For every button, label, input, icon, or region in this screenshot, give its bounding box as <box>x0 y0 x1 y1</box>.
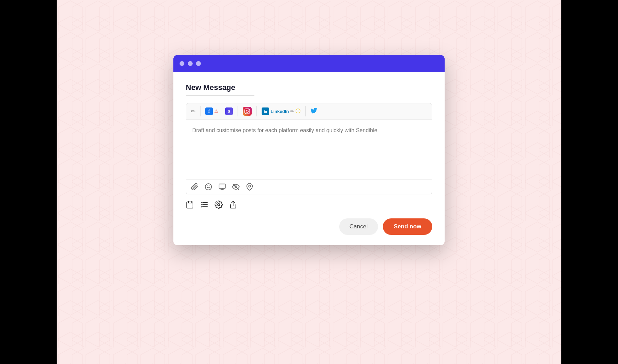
instagram-icon <box>243 107 252 116</box>
emoji-icon[interactable] <box>205 183 212 191</box>
share-icon[interactable] <box>229 201 237 209</box>
tab-divider-4 <box>305 106 306 116</box>
compose-toolbar <box>186 179 432 194</box>
twitter-icon <box>310 107 317 116</box>
cancel-button[interactable]: Cancel <box>339 218 378 235</box>
attachment-icon[interactable] <box>191 183 198 191</box>
titlebar-dot-yellow <box>188 61 193 66</box>
tab-divider-3 <box>256 106 257 116</box>
svg-rect-8 <box>219 184 225 189</box>
settings-icon[interactable] <box>215 201 223 209</box>
compose-area <box>186 120 432 194</box>
tab-divider-2 <box>238 106 238 116</box>
linkedin-info-icon: ⓘ <box>296 108 300 114</box>
facebook-icon: f <box>205 107 213 115</box>
right-black-bar <box>561 0 618 364</box>
compose-dialog: New Message ✏ f ⚠ S <box>173 55 445 245</box>
tab-instagram[interactable] <box>240 105 254 117</box>
svg-point-21 <box>218 204 220 206</box>
tab-twitter[interactable] <box>308 105 320 117</box>
tab-sendible[interactable]: S <box>222 105 236 117</box>
left-black-bar <box>0 0 57 364</box>
title-underline <box>186 95 254 96</box>
pencil-icon: ✏ <box>191 108 195 115</box>
schedule-icon[interactable] <box>186 201 194 209</box>
queue-icon[interactable] <box>200 201 208 209</box>
tab-linkedin[interactable]: in LinkedIn ✏ ⓘ <box>259 105 303 117</box>
bottom-toolbar <box>186 201 432 209</box>
linkedin-icon: in <box>262 107 269 115</box>
main-background: New Message ✏ f ⚠ S <box>57 0 561 364</box>
location-icon[interactable] <box>246 183 253 191</box>
preview-icon[interactable] <box>232 183 240 191</box>
compose-textarea[interactable] <box>186 120 432 178</box>
dialog-body: New Message ✏ f ⚠ S <box>173 72 445 245</box>
platform-tabs: ✏ f ⚠ S <box>186 103 432 120</box>
titlebar-dot-green <box>196 61 201 66</box>
send-now-button[interactable]: Send now <box>383 218 432 235</box>
dialog-title: New Message <box>186 83 432 92</box>
tab-all[interactable]: ✏ <box>188 105 198 117</box>
dialog-titlebar <box>173 55 445 72</box>
linkedin-label: LinkedIn <box>271 109 289 114</box>
tab-divider-1 <box>200 106 201 116</box>
sendible-icon: S <box>225 107 233 115</box>
media-icon[interactable] <box>218 183 226 191</box>
facebook-warning-icon: ⚠ <box>214 109 218 114</box>
svg-point-5 <box>205 184 211 190</box>
titlebar-dot-red <box>180 61 184 66</box>
linkedin-pencil-icon: ✏ <box>290 109 294 114</box>
tab-facebook[interactable]: f ⚠ <box>203 105 221 117</box>
button-row: Cancel Send now <box>186 218 432 235</box>
svg-point-13 <box>249 185 251 187</box>
svg-rect-14 <box>187 202 193 208</box>
